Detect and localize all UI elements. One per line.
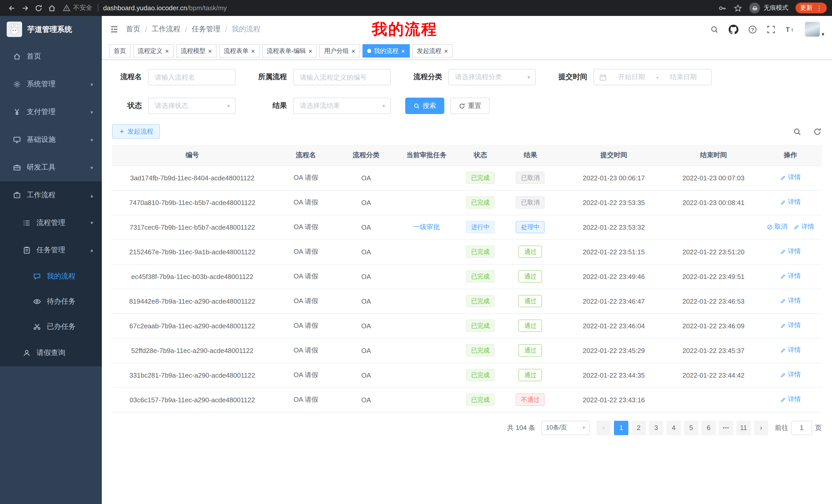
close-icon[interactable]: × bbox=[208, 48, 212, 54]
category-select[interactable]: 请选择流程分类 ▾ bbox=[448, 69, 536, 85]
home-browser-icon[interactable] bbox=[48, 4, 56, 12]
address-bar[interactable]: dashboard.yudao.iocoder.cn/bpm/task/my bbox=[103, 4, 227, 12]
tab-process-form[interactable]: 流程表单× bbox=[219, 44, 259, 58]
detail-link[interactable]: 详情 bbox=[780, 247, 801, 256]
reset-button[interactable]: 重置 bbox=[450, 97, 490, 114]
result-badge: 通过 bbox=[519, 295, 542, 307]
status-badge: 已完成 bbox=[466, 295, 495, 307]
breadcrumb-item[interactable]: 任务管理 bbox=[192, 25, 220, 34]
detail-link[interactable]: 详情 bbox=[794, 223, 814, 231]
cell-task bbox=[393, 289, 460, 313]
sidebar-item-devtools[interactable]: 研发工具 ▾ bbox=[0, 153, 102, 181]
hamburger-icon[interactable] bbox=[109, 25, 119, 34]
sidebar-item-my-process[interactable]: 我的流程 bbox=[0, 263, 102, 289]
detail-link[interactable]: 详情 bbox=[780, 346, 801, 355]
tab-my-process[interactable]: 我的流程× bbox=[363, 44, 410, 58]
page-button[interactable]: 4 bbox=[667, 421, 681, 435]
tab-home[interactable]: 首页 bbox=[109, 44, 131, 58]
filter-status-label: 状态 bbox=[112, 101, 142, 110]
toggle-search-icon[interactable] bbox=[793, 127, 802, 136]
tab-start-process[interactable]: 发起流程× bbox=[412, 44, 452, 58]
bookmark-star-icon[interactable] bbox=[734, 4, 742, 12]
detail-link[interactable]: 详情 bbox=[780, 173, 801, 182]
page-button[interactable]: 5 bbox=[684, 421, 698, 435]
close-icon[interactable]: × bbox=[401, 48, 405, 54]
sidebar-item-workflow[interactable]: 工作流程 ▴ bbox=[0, 181, 102, 209]
page-content: 流程名 所属流程 流程分类 请选择流程分类 ▾ 提交时间 bbox=[102, 60, 832, 435]
back-icon[interactable] bbox=[8, 4, 16, 12]
avatar-caret-icon[interactable]: ▾ bbox=[822, 31, 824, 37]
svg-text:T: T bbox=[791, 28, 794, 33]
cell-end-time bbox=[668, 215, 759, 240]
next-page-button[interactable]: › bbox=[754, 421, 768, 435]
more-pages-icon[interactable]: ••• bbox=[719, 421, 733, 435]
detail-link[interactable]: 详情 bbox=[780, 371, 801, 380]
detail-link[interactable]: 详情 bbox=[780, 321, 801, 330]
key-icon[interactable] bbox=[718, 4, 727, 12]
reload-icon[interactable] bbox=[34, 4, 43, 12]
result-select[interactable]: 请选择流结果 ▾ bbox=[293, 97, 391, 114]
detail-link[interactable]: 详情 bbox=[780, 395, 801, 404]
table-row: ec45f38f-7b9a-11ec-b03b-acde48001122 OA … bbox=[112, 264, 822, 289]
update-button[interactable]: 更新 ⋮ bbox=[796, 3, 827, 13]
current-task-link[interactable]: 一级审批 bbox=[413, 222, 440, 232]
page-button[interactable]: 6 bbox=[701, 421, 716, 435]
search-icon bbox=[413, 103, 420, 109]
cell-name: OA 请假 bbox=[272, 363, 339, 387]
date-range-picker[interactable]: 开始日期 - 结束日期 bbox=[593, 69, 712, 85]
tab-process-form-edit[interactable]: 流程表单-编辑× bbox=[262, 44, 317, 58]
cancel-link[interactable]: 取消 bbox=[767, 223, 787, 231]
refresh-table-icon[interactable] bbox=[813, 127, 822, 136]
font-size-icon[interactable]: TT bbox=[785, 25, 795, 34]
process-definition-input[interactable] bbox=[293, 69, 391, 85]
sidebar-item-todo-tasks[interactable]: 待办任务 bbox=[0, 289, 102, 314]
breadcrumb-item[interactable]: 首页 bbox=[126, 25, 140, 34]
tab-process-model[interactable]: 流程模型× bbox=[176, 44, 216, 58]
browser-menu-icon[interactable]: ⋮ bbox=[816, 4, 822, 11]
sidebar-item-task-mgmt[interactable]: 任务管理 ▴ bbox=[0, 236, 102, 263]
page-size-select[interactable]: 10条/页 ▾ bbox=[542, 421, 590, 435]
page-button[interactable]: 1 bbox=[614, 421, 628, 435]
security-indicator[interactable]: 不安全 bbox=[63, 4, 92, 12]
sidebar-item-infra[interactable]: 基础设施 ▾ bbox=[0, 126, 102, 153]
close-icon[interactable]: × bbox=[251, 48, 255, 54]
fullscreen-icon[interactable] bbox=[767, 25, 775, 34]
sidebar-item-leave-query[interactable]: 请假查询 bbox=[0, 339, 102, 366]
chevron-up-icon: ▴ bbox=[90, 247, 93, 253]
forward-icon[interactable] bbox=[21, 4, 29, 12]
chevron-down-icon: ▾ bbox=[582, 424, 585, 431]
create-process-button[interactable]: 发起流程 bbox=[112, 124, 160, 139]
process-name-input[interactable] bbox=[148, 69, 235, 85]
close-icon[interactable]: × bbox=[352, 48, 355, 54]
page-button[interactable]: 11 bbox=[736, 421, 751, 435]
sidebar-item-system[interactable]: 系统管理 ▾ bbox=[0, 71, 102, 98]
help-icon[interactable]: ? bbox=[748, 25, 757, 34]
tab-process-definition[interactable]: 流程定义× bbox=[133, 44, 174, 58]
app-logo[interactable]: 芋道管理系统 bbox=[0, 16, 102, 43]
page-button[interactable]: 3 bbox=[649, 421, 663, 435]
search-icon[interactable] bbox=[710, 25, 719, 34]
status-select[interactable]: 请选择状态 ▾ bbox=[148, 97, 235, 114]
goto-page-input[interactable] bbox=[791, 421, 812, 435]
tab-user-group[interactable]: 用户分组× bbox=[319, 44, 360, 58]
search-button[interactable]: 搜索 bbox=[405, 97, 444, 114]
cell-id: 819442e8-7b9a-11ec-a290-acde48001122 bbox=[112, 289, 272, 313]
sidebar-item-process-mgmt[interactable]: 流程管理 ▾ bbox=[0, 209, 102, 236]
close-icon[interactable]: × bbox=[165, 48, 169, 54]
cell-category: OA bbox=[339, 313, 393, 338]
avatar[interactable] bbox=[805, 22, 820, 37]
sidebar-item-home[interactable]: 首页 bbox=[0, 43, 102, 71]
sidebar-item-payment[interactable]: 支付管理 ▾ bbox=[0, 98, 102, 126]
close-icon[interactable]: × bbox=[309, 48, 312, 54]
prev-page-button[interactable]: ‹ bbox=[597, 421, 611, 435]
user-menu[interactable]: ▾ bbox=[805, 22, 824, 37]
detail-link[interactable]: 详情 bbox=[780, 272, 801, 281]
detail-link[interactable]: 详情 bbox=[780, 198, 801, 207]
page-button[interactable]: 2 bbox=[631, 421, 646, 435]
breadcrumb-item[interactable]: 工作流程 bbox=[152, 25, 181, 34]
detail-link[interactable]: 详情 bbox=[780, 297, 801, 305]
close-icon[interactable]: × bbox=[444, 48, 448, 54]
sidebar-item-done-tasks[interactable]: 已办任务 bbox=[0, 314, 102, 339]
github-icon[interactable] bbox=[729, 24, 738, 34]
yen-icon bbox=[13, 108, 21, 116]
